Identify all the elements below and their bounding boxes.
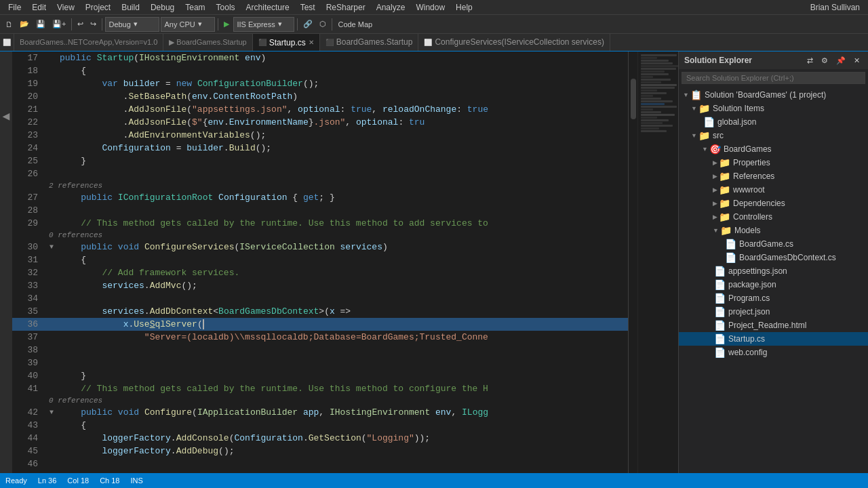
tree-label-package-json: package.json (728, 280, 776, 289)
tree-label-wwwroot: wwwroot (733, 185, 765, 195)
menu-view[interactable]: View (52, 1, 80, 14)
menu-file[interactable]: File (3, 1, 26, 14)
tree-src[interactable]: ▼ 📁 src (679, 129, 868, 142)
menu-team[interactable]: Team (180, 1, 210, 14)
scrollbar-thumb[interactable] (631, 79, 636, 119)
line-content-21: .AddJsonFile("appsettings.json", optiona… (57, 103, 628, 116)
tree-arrow-src: ▼ (691, 132, 697, 139)
tree-appsettings-json[interactable]: 📄 appsettings.json (679, 264, 868, 278)
tree-dependencies[interactable]: ▶ 📁 Dependencies (679, 197, 868, 210)
tree-controllers[interactable]: ▶ 📁 Controllers (679, 210, 868, 224)
tree-startup-cs[interactable]: 📄 Startup.cs (679, 332, 868, 346)
tab-boardgames-label: BoardGames.Startup (336, 37, 413, 47)
menu-tools[interactable]: Tools (211, 1, 241, 14)
tree-solution-items[interactable]: ▼ 📁 Solution Items (679, 102, 868, 115)
tab-startup-cs[interactable]: ⬛ Startup.cs ✕ (253, 34, 320, 51)
toolbar-codemap[interactable]: Code Map (335, 17, 375, 32)
status-ready: Ready (5, 476, 27, 485)
collapse-30[interactable]: ▼ (46, 241, 57, 253)
refs-icon: 📁 (719, 171, 730, 182)
tree-package-json[interactable]: 📄 package.json (679, 278, 868, 291)
toolbar-save-all[interactable]: 💾+ (50, 17, 68, 32)
menu-resharper[interactable]: ReSharper (321, 1, 371, 14)
line-num-19: 19 (12, 77, 46, 90)
collapse-panel-arrow[interactable]: ◀ (3, 108, 10, 123)
tree-boardgame-cs[interactable]: 📄 BoardGame.cs (679, 237, 868, 251)
tab-breadcrumb-startup[interactable]: ▶ BoardGames.Startup (163, 34, 252, 51)
tab-close-startup[interactable]: ✕ (309, 39, 314, 46)
toolbar-open[interactable]: 📂 (17, 17, 32, 32)
collapse-17[interactable] (46, 52, 57, 64)
toolbar-new[interactable]: 🗋 (3, 17, 16, 32)
line-num-44: 44 (12, 432, 46, 445)
collapse-33 (46, 279, 57, 292)
toolbar-start[interactable]: ▶ (221, 17, 232, 32)
tab-boardgames-startup[interactable]: ⬛ BoardGames.Startup (320, 34, 419, 51)
menu-build[interactable]: Build (116, 1, 145, 14)
tab-breadcrumb-dotnet[interactable]: BoardGames..NETCoreApp,Version=v1.0 (14, 34, 163, 51)
tree-wwwroot[interactable]: ▶ 📁 wwwroot (679, 183, 868, 197)
toolbar-undo[interactable]: ↩ (75, 17, 86, 32)
menu-test[interactable]: Test (295, 1, 321, 14)
se-pin-btn[interactable]: 📌 (833, 53, 848, 68)
tree-models[interactable]: ▼ 📁 Models (679, 224, 868, 237)
line-content-41: // This method gets called by the runtim… (57, 382, 628, 395)
ref-count-42: 0 references (12, 395, 628, 406)
toolbar-redo[interactable]: ↪ (87, 17, 99, 32)
tree-program-cs[interactable]: 📄 Program.cs (679, 291, 868, 305)
toolbar-breakpoint[interactable]: ⬡ (317, 17, 329, 32)
tree-web-config[interactable]: 📄 web.config (679, 346, 868, 359)
toolbar: 🗋 📂 💾 💾+ ↩ ↪ Debug ▾ Any CPU ▾ ▶ IIS Exp… (0, 15, 868, 34)
iis-dropdown[interactable]: IIS Express ▾ (233, 17, 294, 32)
tree-label-boardgame-cs: BoardGame.cs (739, 239, 793, 249)
se-tree: ▼ 📋 Solution 'BoardGames' (1 project) ▼ … (679, 87, 868, 473)
menu-debug[interactable]: Debug (145, 1, 180, 14)
tree-solution[interactable]: ▼ 📋 Solution 'BoardGames' (1 project) (679, 88, 868, 102)
menu-project[interactable]: Project (80, 1, 116, 14)
tree-project-readme[interactable]: 📄 Project_Readme.html (679, 319, 868, 332)
line-num-26: 26 (12, 167, 46, 180)
line-num-21: 21 (12, 103, 46, 116)
collapse-21 (46, 103, 57, 116)
tree-project-json[interactable]: 📄 project.json (679, 305, 868, 319)
se-sync-btn[interactable]: ⇄ (804, 53, 816, 68)
collapse-18 (46, 64, 57, 77)
code-line-37: 37 "Server=(localdb)\\mssqllocaldb;Datab… (12, 331, 628, 344)
code-line-29: 29 // This method gets called by the run… (12, 217, 628, 230)
toolbar-attach[interactable]: 🔗 (300, 17, 315, 32)
tree-global-json[interactable]: 📄 global.json (679, 115, 868, 129)
editor-area[interactable]: 17 public Startup(IHostingEnvironment en… (12, 52, 678, 473)
line-content-38 (57, 344, 628, 357)
menu-window[interactable]: Window (410, 1, 450, 14)
tree-label-controllers: Controllers (733, 212, 772, 222)
tree-references[interactable]: ▶ 📁 References (679, 169, 868, 183)
menu-edit[interactable]: Edit (26, 1, 52, 14)
line-content-26 (57, 167, 628, 180)
menu-analyze[interactable]: Analyze (371, 1, 411, 14)
code-line-24: 24 Configuration = builder.Build(); (12, 142, 628, 155)
code-line-26: 26 (12, 167, 628, 180)
debug-dropdown[interactable]: Debug ▾ (105, 17, 159, 32)
cpu-dropdown[interactable]: Any CPU ▾ (161, 17, 215, 32)
vertical-scrollbar[interactable] (628, 52, 637, 473)
wwwroot-icon: 📁 (719, 184, 730, 195)
menu-architecture[interactable]: Architecture (241, 1, 295, 14)
tree-properties[interactable]: ▶ 📁 Properties (679, 156, 868, 169)
code-line-27: 27 public IConfigurationRoot Configurati… (12, 191, 628, 204)
se-close-btn[interactable]: ✕ (851, 53, 863, 68)
line-content-35: services.AddDbContext<BoardGamesDbContex… (57, 305, 628, 318)
line-content-29: // This method gets called by the runtim… (57, 217, 628, 230)
tree-boardgamesdbcontext-cs[interactable]: 📄 BoardGamesDbContext.cs (679, 251, 868, 264)
se-props-btn[interactable]: ⚙ (818, 53, 831, 68)
solution-icon: 📋 (690, 89, 702, 100)
tree-boardgames[interactable]: ▼ 🎯 BoardGames (679, 142, 868, 156)
collapse-41 (46, 382, 57, 395)
collapse-40 (46, 369, 57, 382)
collapse-42[interactable]: ▼ (46, 406, 57, 419)
toolbar-save[interactable]: 💾 (33, 17, 48, 32)
status-bar: Ready Ln 36 Col 18 Ch 18 INS (0, 473, 868, 488)
menu-help[interactable]: Help (450, 1, 478, 14)
tab-configure-services[interactable]: ⬜ ConfigureServices(IServiceCollection s… (418, 34, 610, 51)
se-search-input[interactable] (682, 72, 865, 84)
collapse-32 (46, 266, 57, 279)
